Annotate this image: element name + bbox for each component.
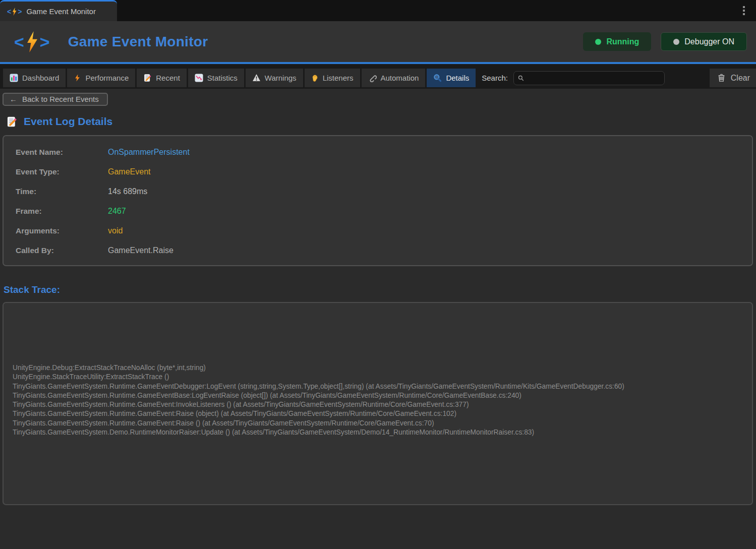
left-arrow-icon: ← (10, 95, 17, 103)
page-title: Game Event Monitor (68, 34, 208, 50)
kebab-menu-icon[interactable] (741, 4, 747, 17)
back-to-recent-events-button[interactable]: ← Back to Recent Events (3, 93, 108, 106)
called-by-value: GameEvent.Raise (108, 246, 742, 255)
stack-trace-line: TinyGiants.GameEventSystem.Runtime.GameE… (13, 419, 742, 428)
details-page: ← Back to Recent Events Event Log Detail… (0, 89, 756, 549)
stack-trace-line: UnityEngine.StackTraceUtility:ExtractSta… (13, 373, 742, 382)
detail-row-time: Time: 14s 689ms (16, 181, 742, 201)
memo-icon (6, 116, 18, 128)
app-header: < > Game Event Monitor Running Debugger … (0, 21, 756, 64)
stack-trace-line: TinyGiants.GameEventSystem.Runtime.GameE… (13, 391, 742, 400)
window-tab-title: Game Event Monitor (26, 7, 96, 16)
warning-triangle-icon (252, 74, 261, 82)
magnifier-icon (433, 74, 442, 82)
detail-row-arguments: Arguments: void (16, 221, 742, 240)
gray-dot-icon (673, 39, 679, 45)
section-header: Event Log Details (6, 115, 753, 128)
debugger-status-badge[interactable]: Debugger ON (661, 32, 747, 51)
detail-row-called-by: Called By: GameEvent.Raise (16, 240, 742, 260)
link-icon (368, 74, 377, 82)
tab-automation[interactable]: Automation (362, 69, 426, 87)
lightning-icon (74, 74, 81, 82)
tab-details[interactable]: Details (427, 69, 476, 87)
event-name-value: OnSpammerPersistent (108, 148, 742, 157)
tab-listeners[interactable]: Listeners (305, 69, 360, 87)
stack-trace-line: TinyGiants.GameEventSystem.Runtime.GameE… (13, 382, 742, 391)
titlebar: < > Game Event Monitor (0, 0, 756, 21)
stack-trace-line: UnityEngine.Debug:ExtractStackTraceNoAll… (13, 363, 742, 373)
trash-icon (717, 73, 726, 83)
search-label: Search: (482, 69, 508, 87)
chart-decreasing-icon (195, 74, 203, 82)
stack-trace-box[interactable]: UnityEngine.Debug:ExtractStackTraceNoAll… (3, 302, 753, 505)
frame-value: 2467 (108, 207, 742, 216)
app-logo-icon: < > (14, 31, 50, 52)
time-value: 14s 689ms (108, 187, 742, 196)
detail-row-event-type: Event Type: GameEvent (16, 162, 742, 181)
ear-icon (311, 74, 319, 82)
memo-icon (143, 74, 152, 82)
search-icon (518, 75, 524, 81)
tab-dashboard[interactable]: Dashboard (3, 69, 66, 87)
search-field-wrap (513, 69, 665, 87)
running-status-badge: Running (583, 32, 651, 51)
window-tab[interactable]: < > Game Event Monitor (0, 0, 117, 21)
bar-chart-icon (10, 74, 18, 82)
detail-row-event-name: Event Name: OnSpammerPersistent (16, 142, 742, 162)
stack-trace-header: Stack Trace: (4, 284, 753, 295)
lightning-icon (12, 8, 17, 16)
search-input[interactable] (513, 71, 665, 85)
tab-statistics[interactable]: Statistics (188, 69, 244, 87)
clear-button[interactable]: Clear (710, 69, 756, 87)
section-title: Event Log Details (24, 115, 112, 128)
stack-trace-line: TinyGiants.GameEventSystem.Demo.RuntimeM… (13, 428, 742, 437)
stack-trace-title: Stack Trace: (4, 284, 60, 295)
event-details-panel: Event Name: OnSpammerPersistent Event Ty… (3, 135, 753, 266)
detail-row-frame: Frame: 2467 (16, 201, 742, 221)
tab-warnings[interactable]: Warnings (246, 69, 303, 87)
stack-trace-line: TinyGiants.GameEventSystem.Runtime.GameE… (13, 400, 742, 409)
green-dot-icon (595, 39, 601, 45)
lightning-icon (25, 31, 39, 52)
stack-trace-line: TinyGiants.GameEventSystem.Runtime.GameE… (13, 409, 742, 418)
arguments-value: void (108, 226, 742, 235)
event-type-value: GameEvent (108, 167, 742, 176)
game-event-monitor-window: < > Game Event Monitor < > (0, 0, 756, 549)
tab-bar: Dashboard Performance Recent Statistic (0, 64, 756, 89)
tab-performance[interactable]: Performance (67, 69, 135, 87)
app-logo-icon: < > (7, 8, 22, 16)
tab-recent[interactable]: Recent (137, 69, 187, 87)
